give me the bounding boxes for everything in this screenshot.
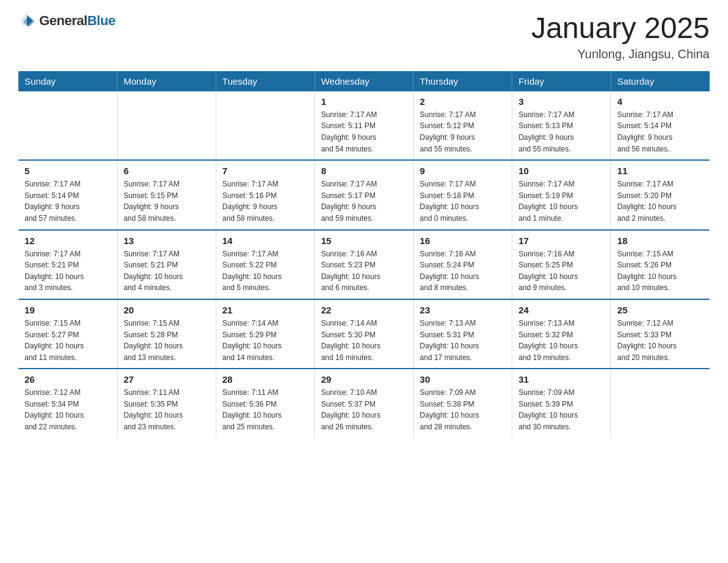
calendar-cell: 6Sunrise: 7:17 AM Sunset: 5:15 PM Daylig… <box>117 160 216 229</box>
calendar-cell: 17Sunrise: 7:16 AM Sunset: 5:25 PM Dayli… <box>512 230 611 299</box>
day-info: Sunrise: 7:17 AM Sunset: 5:21 PM Dayligh… <box>124 248 210 294</box>
calendar-cell: 28Sunrise: 7:11 AM Sunset: 5:36 PM Dayli… <box>216 369 314 437</box>
day-number: 20 <box>124 305 210 315</box>
calendar-cell: 4Sunrise: 7:17 AM Sunset: 5:14 PM Daylig… <box>611 91 710 160</box>
calendar-cell: 13Sunrise: 7:17 AM Sunset: 5:21 PM Dayli… <box>117 230 216 299</box>
calendar-cell: 25Sunrise: 7:12 AM Sunset: 5:33 PM Dayli… <box>611 299 710 369</box>
calendar-cell: 1Sunrise: 7:17 AM Sunset: 5:11 PM Daylig… <box>314 91 413 160</box>
calendar-cell: 9Sunrise: 7:17 AM Sunset: 5:18 PM Daylig… <box>414 160 512 229</box>
page-header: GeneralBlue January 2025 Yunlong, Jiangs… <box>18 12 710 61</box>
day-info: Sunrise: 7:11 AM Sunset: 5:35 PM Dayligh… <box>124 387 210 432</box>
day-number: 28 <box>222 374 308 385</box>
day-info: Sunrise: 7:17 AM Sunset: 5:17 PM Dayligh… <box>321 178 407 224</box>
logo-blue: Blue <box>87 13 115 28</box>
day-info: Sunrise: 7:16 AM Sunset: 5:25 PM Dayligh… <box>518 248 604 294</box>
day-info: Sunrise: 7:15 AM Sunset: 5:27 PM Dayligh… <box>25 318 111 363</box>
calendar-cell: 14Sunrise: 7:17 AM Sunset: 5:22 PM Dayli… <box>216 230 314 299</box>
calendar-cell: 10Sunrise: 7:17 AM Sunset: 5:19 PM Dayli… <box>512 160 611 229</box>
calendar-cell <box>611 369 710 437</box>
day-number: 19 <box>25 305 111 315</box>
day-info: Sunrise: 7:15 AM Sunset: 5:28 PM Dayligh… <box>124 318 210 363</box>
calendar-cell <box>117 91 216 160</box>
logo-text: GeneralBlue <box>39 13 115 29</box>
day-number: 21 <box>222 305 308 315</box>
col-thursday: Thursday <box>414 71 512 91</box>
day-number: 3 <box>518 96 604 107</box>
location: Yunlong, Jiangsu, China <box>531 47 710 61</box>
day-info: Sunrise: 7:09 AM Sunset: 5:39 PM Dayligh… <box>518 387 604 432</box>
col-saturday: Saturday <box>611 71 710 91</box>
day-info: Sunrise: 7:09 AM Sunset: 5:38 PM Dayligh… <box>420 387 506 432</box>
calendar-cell: 15Sunrise: 7:16 AM Sunset: 5:23 PM Dayli… <box>314 230 413 299</box>
calendar-week-3: 12Sunrise: 7:17 AM Sunset: 5:21 PM Dayli… <box>18 230 710 299</box>
header-row: Sunday Monday Tuesday Wednesday Thursday… <box>18 71 710 91</box>
day-number: 16 <box>420 236 506 246</box>
logo-general: General <box>39 13 87 28</box>
day-info: Sunrise: 7:17 AM Sunset: 5:11 PM Dayligh… <box>321 109 407 155</box>
day-info: Sunrise: 7:17 AM Sunset: 5:16 PM Dayligh… <box>222 178 308 224</box>
col-wednesday: Wednesday <box>314 71 413 91</box>
day-info: Sunrise: 7:14 AM Sunset: 5:29 PM Dayligh… <box>222 318 308 363</box>
calendar-header: Sunday Monday Tuesday Wednesday Thursday… <box>18 71 710 91</box>
calendar-cell: 20Sunrise: 7:15 AM Sunset: 5:28 PM Dayli… <box>117 299 216 369</box>
day-info: Sunrise: 7:17 AM Sunset: 5:13 PM Dayligh… <box>518 109 604 155</box>
day-info: Sunrise: 7:17 AM Sunset: 5:14 PM Dayligh… <box>617 109 703 155</box>
day-info: Sunrise: 7:17 AM Sunset: 5:22 PM Dayligh… <box>222 248 308 294</box>
day-number: 31 <box>518 374 604 385</box>
day-number: 10 <box>518 166 604 176</box>
day-info: Sunrise: 7:12 AM Sunset: 5:34 PM Dayligh… <box>25 387 111 432</box>
day-info: Sunrise: 7:14 AM Sunset: 5:30 PM Dayligh… <box>321 318 407 363</box>
day-number: 1 <box>321 96 407 107</box>
day-number: 9 <box>420 166 506 176</box>
calendar-cell: 2Sunrise: 7:17 AM Sunset: 5:12 PM Daylig… <box>414 91 512 160</box>
day-number: 4 <box>617 96 703 107</box>
day-info: Sunrise: 7:15 AM Sunset: 5:26 PM Dayligh… <box>617 248 703 294</box>
calendar-table: Sunday Monday Tuesday Wednesday Thursday… <box>18 71 710 438</box>
day-number: 15 <box>321 236 407 246</box>
calendar-cell: 7Sunrise: 7:17 AM Sunset: 5:16 PM Daylig… <box>216 160 314 229</box>
day-number: 30 <box>420 374 506 385</box>
day-number: 27 <box>124 374 210 385</box>
day-info: Sunrise: 7:17 AM Sunset: 5:15 PM Dayligh… <box>124 178 210 224</box>
calendar-week-4: 19Sunrise: 7:15 AM Sunset: 5:27 PM Dayli… <box>18 299 710 369</box>
calendar-cell: 19Sunrise: 7:15 AM Sunset: 5:27 PM Dayli… <box>18 299 117 369</box>
day-number: 25 <box>617 305 703 315</box>
day-info: Sunrise: 7:11 AM Sunset: 5:36 PM Dayligh… <box>222 387 308 432</box>
logo-icon <box>18 12 36 29</box>
day-number: 14 <box>222 236 308 246</box>
calendar-cell: 27Sunrise: 7:11 AM Sunset: 5:35 PM Dayli… <box>117 369 216 437</box>
day-number: 6 <box>124 166 210 176</box>
calendar-cell: 29Sunrise: 7:10 AM Sunset: 5:37 PM Dayli… <box>314 369 413 437</box>
calendar-week-2: 5Sunrise: 7:17 AM Sunset: 5:14 PM Daylig… <box>18 160 710 229</box>
calendar-cell: 11Sunrise: 7:17 AM Sunset: 5:20 PM Dayli… <box>611 160 710 229</box>
calendar-cell: 23Sunrise: 7:13 AM Sunset: 5:31 PM Dayli… <box>414 299 512 369</box>
day-number: 5 <box>25 166 111 176</box>
col-friday: Friday <box>512 71 611 91</box>
calendar-week-5: 26Sunrise: 7:12 AM Sunset: 5:34 PM Dayli… <box>18 369 710 437</box>
day-number: 23 <box>420 305 506 315</box>
calendar-cell: 18Sunrise: 7:15 AM Sunset: 5:26 PM Dayli… <box>611 230 710 299</box>
col-tuesday: Tuesday <box>216 71 314 91</box>
day-info: Sunrise: 7:10 AM Sunset: 5:37 PM Dayligh… <box>321 387 407 432</box>
calendar-cell <box>18 91 117 160</box>
col-monday: Monday <box>117 71 216 91</box>
day-number: 22 <box>321 305 407 315</box>
day-info: Sunrise: 7:12 AM Sunset: 5:33 PM Dayligh… <box>617 318 703 363</box>
col-sunday: Sunday <box>18 71 117 91</box>
day-info: Sunrise: 7:17 AM Sunset: 5:14 PM Dayligh… <box>25 178 111 224</box>
calendar-cell: 5Sunrise: 7:17 AM Sunset: 5:14 PM Daylig… <box>18 160 117 229</box>
day-number: 17 <box>518 236 604 246</box>
calendar-cell <box>216 91 314 160</box>
day-info: Sunrise: 7:17 AM Sunset: 5:20 PM Dayligh… <box>617 178 703 224</box>
day-number: 12 <box>25 236 111 246</box>
day-number: 13 <box>124 236 210 246</box>
calendar-cell: 30Sunrise: 7:09 AM Sunset: 5:38 PM Dayli… <box>414 369 512 437</box>
calendar-cell: 26Sunrise: 7:12 AM Sunset: 5:34 PM Dayli… <box>18 369 117 437</box>
day-number: 26 <box>25 374 111 385</box>
day-info: Sunrise: 7:17 AM Sunset: 5:12 PM Dayligh… <box>420 109 506 155</box>
day-info: Sunrise: 7:16 AM Sunset: 5:24 PM Dayligh… <box>420 248 506 294</box>
day-number: 8 <box>321 166 407 176</box>
calendar-cell: 8Sunrise: 7:17 AM Sunset: 5:17 PM Daylig… <box>314 160 413 229</box>
day-info: Sunrise: 7:13 AM Sunset: 5:32 PM Dayligh… <box>518 318 604 363</box>
day-number: 18 <box>617 236 703 246</box>
